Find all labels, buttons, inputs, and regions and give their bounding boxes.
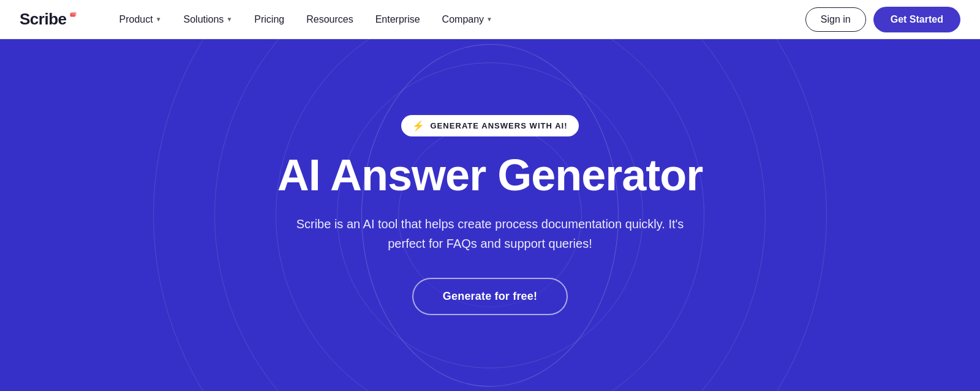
sign-in-button[interactable]: Sign in: [805, 7, 866, 32]
nav-item-solutions[interactable]: Solutions ▼: [175, 9, 241, 30]
nav-links: Product ▼ Solutions ▼ Pricing Resources …: [111, 9, 805, 30]
chevron-down-icon: ▼: [486, 16, 492, 23]
badge-text: GENERATE ANSWERS WITH AI!: [430, 121, 567, 130]
hero-content: ⚡ GENERATE ANSWERS WITH AI! AI Answer Ge…: [277, 115, 703, 315]
chevron-down-icon: ▼: [156, 16, 162, 23]
logo-text: Scribe: [20, 10, 67, 29]
hero-badge: ⚡ GENERATE ANSWERS WITH AI!: [401, 115, 578, 136]
navbar: Scribe Product ▼ Solutions ▼ Pricing Res…: [0, 0, 980, 39]
logo-link[interactable]: Scribe: [20, 10, 81, 29]
nav-actions: Sign in Get Started: [805, 7, 960, 32]
nav-item-resources[interactable]: Resources: [298, 9, 361, 30]
hero-cta-button[interactable]: Generate for free!: [412, 278, 568, 315]
svg-rect-1: [71, 12, 76, 15]
nav-item-product[interactable]: Product ▼: [111, 9, 170, 30]
hero-subtitle: Scribe is an AI tool that helps create p…: [282, 214, 698, 253]
lightning-icon: ⚡: [412, 120, 425, 132]
nav-item-enterprise[interactable]: Enterprise: [367, 9, 429, 30]
get-started-button[interactable]: Get Started: [873, 7, 960, 32]
chevron-down-icon: ▼: [226, 16, 232, 23]
hero-title: AI Answer Generator: [277, 151, 703, 199]
nav-item-company[interactable]: Company ▼: [434, 9, 501, 30]
logo-icon: [69, 11, 81, 23]
hero-section: ⚡ GENERATE ANSWERS WITH AI! AI Answer Ge…: [0, 39, 980, 391]
nav-item-pricing[interactable]: Pricing: [246, 9, 293, 30]
